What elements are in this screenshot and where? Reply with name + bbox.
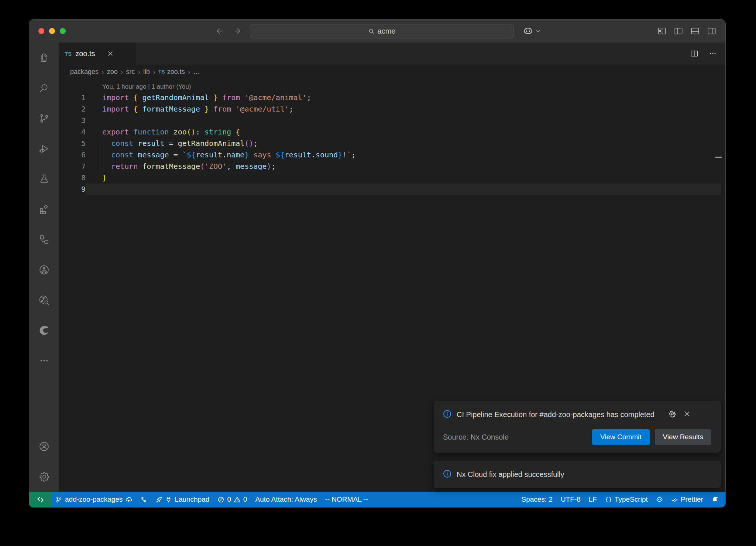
back-arrow-icon[interactable]: [216, 27, 224, 35]
statusbar-language-mode[interactable]: TypeScript: [601, 492, 652, 507]
sidebar-item-custom-view[interactable]: [29, 224, 59, 255]
statusbar-eol[interactable]: LF: [585, 492, 601, 507]
minimize-window-button[interactable]: [49, 28, 55, 34]
forward-arrow-icon[interactable]: [233, 27, 241, 35]
customize-layout-button[interactable]: [657, 26, 667, 36]
copilot-icon: [656, 496, 663, 503]
statusbar-problems[interactable]: 00: [213, 492, 251, 507]
status-bar-right: Spaces: 2UTF-8LFTypeScriptPrettier: [517, 492, 725, 507]
code-line-9[interactable]: 9: [59, 184, 725, 195]
debug-icon: [38, 143, 50, 154]
warning-triangle-icon: [234, 496, 241, 503]
sidebar-item-gitlens-inspect[interactable]: [29, 285, 59, 315]
statusbar-auto-attach-label: Auto Attach: Always: [255, 495, 317, 504]
toggle-primary-sidebar-button[interactable]: [674, 26, 683, 36]
gitlens-icon: [38, 264, 50, 276]
statusbar-git-branch[interactable]: add-zoo-packages: [51, 492, 136, 507]
breadcrumb-item-zoo[interactable]: zoo: [107, 68, 118, 76]
statusbar-auto-attach[interactable]: Auto Attach: Always: [251, 492, 321, 507]
toggle-panel-button[interactable]: [690, 26, 700, 36]
statusbar-launchpad-label: Launchpad: [175, 495, 209, 504]
code-line-6[interactable]: 6 const message = `${result.name} says $…: [59, 149, 725, 161]
code-line-3[interactable]: 3: [59, 115, 725, 126]
titlebar: acme: [29, 20, 725, 42]
sidebar-item-additional-views[interactable]: [29, 345, 59, 376]
notification-toast-1: CI Pipeline Execution for #add-zoo-packa…: [434, 401, 721, 453]
error-circle-icon: [217, 496, 224, 503]
sidebar-item-source-control[interactable]: [29, 103, 59, 133]
code-line-8[interactable]: 8}: [59, 172, 725, 184]
statusbar-copilot-status[interactable]: [652, 492, 667, 507]
close-window-button[interactable]: [38, 28, 44, 34]
breadcrumb-label: …: [193, 68, 200, 76]
sidebar-item-search[interactable]: [29, 73, 59, 103]
sidebar-item-settings[interactable]: [29, 461, 59, 492]
code-line-4[interactable]: 4export function zoo(): string {: [59, 126, 725, 138]
info-icon: [443, 410, 451, 418]
status-bar: add-zoo-packagesLaunchpad00Auto Attach: …: [29, 492, 725, 507]
statusbar-remote-indicator[interactable]: [29, 492, 51, 507]
copilot-menu[interactable]: [523, 20, 541, 42]
more-icon: [38, 355, 50, 366]
gear-icon[interactable]: [669, 410, 676, 417]
notification-message: CI Pipeline Execution for #add-zoo-packa…: [457, 409, 663, 420]
breadcrumb-item--[interactable]: …: [193, 68, 200, 76]
line-content: export function zoo(): string {: [86, 126, 721, 138]
gear-icon: [38, 471, 50, 482]
breadcrumb-item-src[interactable]: src: [126, 68, 135, 76]
notification-source: Source: Nx Console: [443, 433, 592, 441]
code-line-2[interactable]: 2import { formatMessage } from '@acme/ut…: [59, 103, 725, 115]
line-content: [86, 115, 721, 126]
toggle-secondary-sidebar-button[interactable]: [707, 26, 717, 36]
editor-actions: [690, 42, 717, 65]
hierarchy-icon: [38, 234, 50, 245]
rocket-icon: [155, 496, 162, 503]
graph-icon: [140, 496, 147, 503]
activity-bar: [29, 42, 59, 492]
breadcrumb-item-packages[interactable]: packages: [70, 68, 99, 76]
command-center-search[interactable]: acme: [250, 24, 513, 38]
sidebar-item-run-and-debug[interactable]: [29, 133, 59, 164]
breadcrumb-item-lib[interactable]: lib: [143, 68, 150, 76]
sidebar-item-extensions[interactable]: [29, 194, 59, 224]
source-control-icon: [38, 113, 50, 124]
sidebar-item-accounts[interactable]: [29, 431, 59, 461]
overview-ruler-cursor-mark: [715, 157, 722, 158]
line-content: const message = `${result.name} says ${r…: [86, 149, 721, 161]
statusbar-vim-mode[interactable]: -- NORMAL --: [321, 492, 372, 507]
history-nav: [216, 20, 241, 42]
breadcrumb-label: lib: [143, 68, 150, 76]
line-number: 8: [59, 172, 86, 184]
split-editor-icon[interactable]: [690, 49, 699, 58]
sidebar-item-testing[interactable]: [29, 164, 59, 194]
code-line-1[interactable]: 1import { getRandomAnimal } from '@acme/…: [59, 92, 725, 103]
zoom-window-button[interactable]: [60, 28, 66, 34]
statusbar-notifications-bell[interactable]: [707, 492, 722, 507]
view-results-button[interactable]: View Results: [655, 429, 711, 445]
line-number: 1: [59, 92, 86, 103]
statusbar-source-control-graph[interactable]: [136, 492, 151, 507]
code-lines: 1import { getRandomAnimal } from '@acme/…: [59, 92, 725, 195]
statusbar-vim-mode-label: -- NORMAL --: [325, 495, 368, 504]
statusbar-git-branch-label: add-zoo-packages: [65, 495, 123, 504]
statusbar-encoding[interactable]: UTF-8: [557, 492, 585, 507]
git-blame-annotation: You, 1 hour ago | 1 author (You): [102, 82, 191, 92]
sidebar-item-explorer[interactable]: [29, 42, 59, 73]
breadcrumb-item-zoo-ts[interactable]: TSzoo.ts: [158, 68, 185, 76]
close-tab-icon[interactable]: [107, 50, 114, 57]
search-icon: [368, 28, 375, 35]
copilot-icon: [523, 26, 533, 36]
activity-bar-spacer: [29, 376, 59, 431]
code-line-5[interactable]: 5 const result = getRandomAnimal();: [59, 138, 725, 149]
statusbar-launchpad[interactable]: Launchpad: [151, 492, 213, 507]
breadcrumb-separator-icon: ›: [138, 68, 140, 76]
statusbar-indentation[interactable]: Spaces: 2: [517, 492, 557, 507]
tab-zoo-ts[interactable]: TS zoo.ts: [59, 42, 136, 65]
sidebar-item-edge-tools[interactable]: [29, 315, 59, 345]
close-icon[interactable]: [683, 410, 691, 417]
statusbar-formatter-prettier[interactable]: Prettier: [667, 492, 707, 507]
view-commit-button[interactable]: View Commit: [592, 429, 650, 445]
sidebar-item-gitlens[interactable]: [29, 255, 59, 285]
code-line-7[interactable]: 7 return formatMessage('ZOO', message);: [59, 161, 725, 172]
more-actions-icon[interactable]: [708, 49, 717, 58]
